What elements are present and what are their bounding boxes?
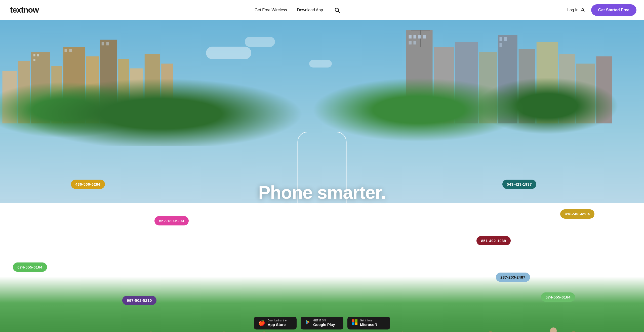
navbar-center: Get Free Wireless Download App [255,6,341,14]
svg-rect-13 [33,59,35,61]
hero-section: Phone smarter. 436-506-6284 552-180-5203… [0,20,644,332]
svg-rect-15 [69,49,72,52]
hero-scene: Phone smarter. 436-506-6284 552-180-5203… [0,20,644,332]
svg-rect-35 [418,35,421,39]
badge-674-right: 674-555-0164 [541,292,575,302]
search-button[interactable] [333,6,341,14]
microsoft-text: Get it from Microsoft [360,319,377,327]
download-buttons: 🍎 Download on the App Store G [254,317,390,330]
svg-rect-11 [33,54,35,57]
badge-436-right: 436-506-6284 [560,209,594,219]
badge-674-left: 674-555-0164 [13,262,47,272]
microsoft-button[interactable]: Get it from Microsoft [347,317,390,330]
svg-rect-36 [423,35,426,39]
appstore-button[interactable]: 🍎 Download on the App Store [254,317,297,330]
googleplay-icon [305,319,311,326]
svg-rect-12 [37,54,39,57]
microsoft-icon [352,319,357,326]
svg-rect-14 [65,49,67,52]
svg-rect-33 [409,35,412,39]
nav-get-free-wireless[interactable]: Get Free Wireless [255,8,287,12]
login-button[interactable]: Log In [567,8,585,13]
appstore-text: Download on the App Store [268,319,287,327]
svg-rect-41 [500,43,502,47]
navbar-right: Log In Get Started Free [557,0,644,20]
badge-436-left: 436-506-6284 [71,180,105,189]
badge-851: 851-492-1039 [476,236,510,245]
svg-point-95 [572,331,575,332]
svg-point-93 [489,331,492,332]
svg-rect-16 [102,42,104,45]
svg-point-70 [550,327,557,332]
user-icon [580,8,585,13]
hero-headline: Phone smarter. [258,182,386,203]
googleplay-button[interactable]: GET IT ON Google Play [301,317,343,330]
svg-rect-17 [106,42,109,45]
badge-552: 552-180-5203 [154,216,188,225]
svg-rect-98 [352,322,354,325]
search-icon [334,7,340,13]
badge-543: 543-423-1937 [502,180,536,189]
svg-rect-99 [355,322,357,325]
navbar: textnow Get Free Wireless Download App L… [0,0,644,20]
get-started-button[interactable]: Get Started Free [591,4,636,16]
svg-rect-39 [500,37,502,41]
logo-area: textnow [0,5,39,15]
svg-rect-40 [504,37,507,41]
apple-icon: 🍎 [258,320,265,326]
logo[interactable]: textnow [10,5,39,14]
nav-download-app[interactable]: Download App [297,8,323,12]
svg-rect-37 [409,41,412,44]
svg-rect-96 [352,319,354,322]
svg-point-2 [582,8,583,10]
badge-997: 997-502-5210 [122,296,156,305]
svg-rect-34 [414,35,416,39]
svg-line-1 [338,11,340,13]
svg-rect-38 [414,41,416,44]
svg-rect-97 [355,319,357,322]
badge-237: 237-203-2487 [496,273,530,282]
googleplay-text: GET IT ON Google Play [313,319,335,327]
